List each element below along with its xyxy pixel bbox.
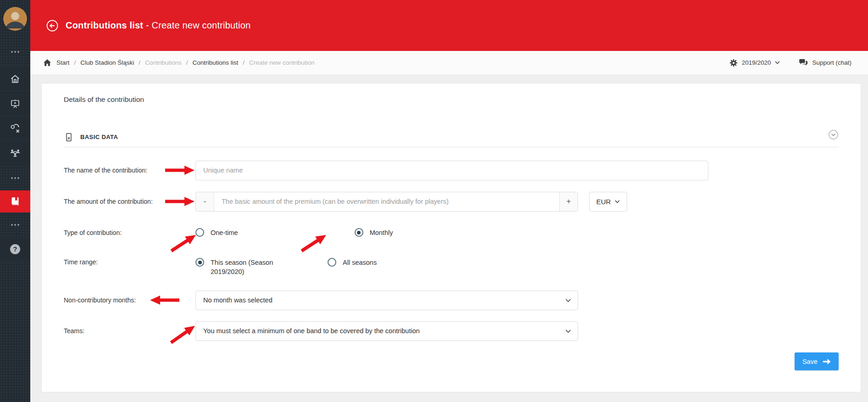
breadcrumb-right-tools: 2019/2020 Support (chat) xyxy=(729,59,851,67)
breadcrumb-item-start[interactable]: Start xyxy=(56,59,70,66)
help-icon: ? xyxy=(9,243,21,255)
contributions-book-icon xyxy=(10,196,21,207)
season-selector[interactable]: 2019/2020 xyxy=(729,59,780,67)
amount-label: The amount of the contribution: xyxy=(64,198,195,205)
radio-one-time-label: One-time xyxy=(211,228,238,237)
chevron-down-icon xyxy=(775,61,780,64)
chat-bubbles-icon xyxy=(799,59,808,67)
radio-all-seasons[interactable]: All seasons xyxy=(328,258,377,267)
basic-data-section-header: BASIC DATA xyxy=(64,127,839,147)
radio-monthly-label: Monthly xyxy=(370,228,393,237)
time-range-label: Time range: xyxy=(64,258,195,266)
breadcrumb-item-club[interactable]: Club Stadion Śląski xyxy=(80,59,134,66)
back-button[interactable] xyxy=(46,19,59,32)
breadcrumb-item-create-new: Create new contribution xyxy=(249,59,315,66)
support-label: Support (chat) xyxy=(812,59,851,66)
sidebar-item-help[interactable]: ? xyxy=(0,237,30,261)
radio-this-season[interactable]: This season (Season 2019/2020) xyxy=(195,258,279,276)
sidebar-item-team-structure[interactable] xyxy=(0,140,30,165)
arrow-right-icon xyxy=(823,358,831,365)
more-dots-icon xyxy=(11,177,19,179)
currency-select[interactable]: EUR xyxy=(589,192,627,212)
more-dots-icon xyxy=(11,224,19,226)
radio-one-time[interactable]: One-time xyxy=(195,228,238,237)
amount-decrement-button[interactable]: - xyxy=(196,192,214,211)
radio-monthly[interactable]: Monthly xyxy=(355,228,393,237)
chevron-circle-icon xyxy=(828,129,839,140)
amount-increment-button[interactable]: + xyxy=(559,192,578,211)
teams-label: Teams: xyxy=(64,327,195,335)
breadcrumb-separator: / xyxy=(243,59,245,66)
non-contributory-months-value: No month was selected xyxy=(203,296,273,304)
training-board-icon xyxy=(10,98,21,109)
sidebar-item-more-bottom[interactable] xyxy=(0,212,30,237)
radio-circle-unchecked-icon xyxy=(328,258,336,267)
form-row-teams: Teams: You must select a minimum of one … xyxy=(64,321,839,341)
card-title: Details of the contribution xyxy=(64,95,144,104)
tactics-icon xyxy=(10,123,21,134)
contribution-amount-input[interactable] xyxy=(214,192,559,211)
app-root: ? Contributions list - Create new contri… xyxy=(0,0,868,402)
radio-circle-unchecked-icon xyxy=(195,228,204,237)
annotation-arrow-diagonal xyxy=(299,231,329,255)
title-separator: - xyxy=(146,20,149,30)
team-structure-icon xyxy=(10,148,21,159)
name-label: The name of the contribution: xyxy=(64,167,195,174)
page-header: Contributions list - Create new contribu… xyxy=(30,0,868,51)
sidebar-item-contributions-active[interactable] xyxy=(0,190,30,212)
main-column: Contributions list - Create new contribu… xyxy=(30,0,868,402)
sidebar: ? xyxy=(0,0,30,402)
back-circle-arrow-icon xyxy=(46,19,59,32)
form-row-type: Type of contribution: One-time Monthly xyxy=(64,223,839,243)
breadcrumb-home-icon[interactable] xyxy=(44,59,51,66)
page-title: Contributions list - Create new contribu… xyxy=(66,20,250,31)
currency-value: EUR xyxy=(596,198,611,206)
contribution-details-card: Details of the contribution BASIC DATA xyxy=(41,83,861,392)
sidebar-item-more-top[interactable] xyxy=(0,40,30,63)
sidebar-item-trainings[interactable] xyxy=(0,91,30,116)
breadcrumb-bar: Start / Club Stadion Śląski / Contributi… xyxy=(30,51,868,75)
save-label: Save xyxy=(802,358,818,365)
chevron-down-icon xyxy=(565,329,571,333)
form-row-non-contributory: Non-contributory months: No month was se… xyxy=(64,290,839,310)
teams-select[interactable]: You must select a minimum of one band to… xyxy=(195,321,578,341)
support-chat-link[interactable]: Support (chat) xyxy=(799,59,851,67)
section-title: BASIC DATA xyxy=(80,134,118,140)
non-contributory-months-select[interactable]: No month was selected xyxy=(195,290,578,310)
page-title-primary: Contributions list xyxy=(66,20,143,30)
breadcrumb-separator: / xyxy=(139,59,140,66)
form-row-time-range: Time range: This season (Season 2019/202… xyxy=(64,253,839,284)
form-row-amount: The amount of the contribution: - + EUR xyxy=(64,191,839,212)
season-value: 2019/2020 xyxy=(742,59,771,66)
content-area: Details of the contribution BASIC DATA xyxy=(30,75,868,402)
sidebar-item-home[interactable] xyxy=(0,66,30,91)
chevron-down-icon xyxy=(615,200,620,203)
more-dots-icon xyxy=(11,51,19,53)
amount-stepper: - + xyxy=(195,192,578,212)
home-icon xyxy=(10,73,21,84)
form-row-name: The name of the contribution: xyxy=(64,160,839,180)
breadcrumb-separator: / xyxy=(186,59,188,66)
breadcrumb-item-contributions-list[interactable]: Contributions list xyxy=(192,59,238,66)
radio-circle-checked-icon xyxy=(355,228,363,237)
page-title-secondary: Create new contribution xyxy=(152,20,251,30)
avatar-photo-icon xyxy=(3,7,27,31)
radio-circle-checked-icon xyxy=(195,258,204,267)
breadcrumb-separator: / xyxy=(74,59,76,66)
help-glyph: ? xyxy=(13,246,17,253)
gear-icon xyxy=(729,59,738,67)
breadcrumb-item-contributions: Contributions xyxy=(145,59,182,66)
radio-this-season-label: This season (Season 2019/2020) xyxy=(211,258,279,276)
sidebar-item-tactics[interactable] xyxy=(0,116,30,140)
non-contributory-label: Non-contributory months: xyxy=(64,296,195,304)
type-label: Type of contribution: xyxy=(64,229,195,236)
sidebar-item-more-middle[interactable] xyxy=(0,165,30,190)
document-icon xyxy=(64,132,74,142)
chevron-down-icon xyxy=(565,299,571,302)
teams-value: You must select a minimum of one band to… xyxy=(203,327,420,335)
save-button[interactable]: Save xyxy=(795,352,839,370)
contribution-name-input[interactable] xyxy=(195,161,708,180)
section-collapse-button[interactable] xyxy=(828,129,839,140)
user-avatar[interactable] xyxy=(0,6,30,32)
radio-all-seasons-label: All seasons xyxy=(343,258,377,267)
